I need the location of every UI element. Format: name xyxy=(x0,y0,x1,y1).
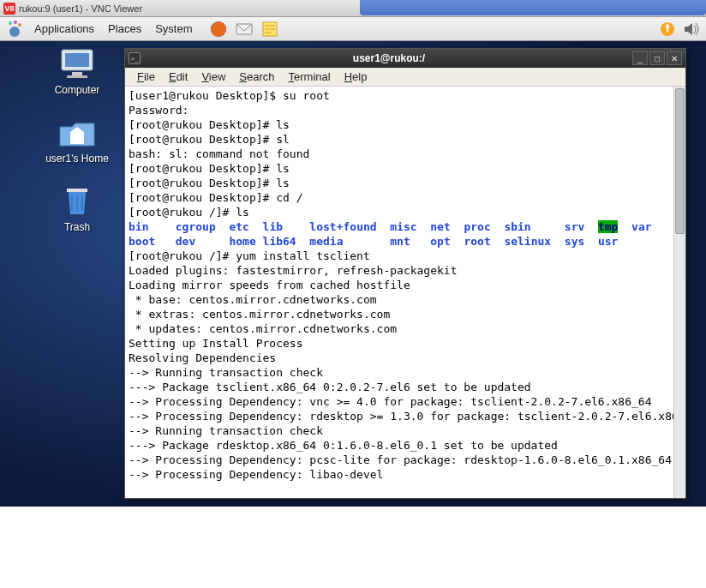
firefox-icon[interactable] xyxy=(209,20,228,39)
page-bottom xyxy=(0,507,706,588)
terminal-menu-view[interactable]: View xyxy=(194,70,232,83)
desktop-icon-label: user1's Home xyxy=(43,153,111,165)
scrollbar-thumb[interactable] xyxy=(675,88,685,234)
gnome-top-panel: ApplicationsPlacesSystem xyxy=(0,17,706,41)
desktop-icon-computer[interactable]: Computer xyxy=(43,46,111,96)
svg-point-0 xyxy=(9,21,12,25)
terminal-menubar: FileEditViewSearchTerminalHelp xyxy=(125,68,685,87)
svg-point-2 xyxy=(18,23,21,27)
panel-menu-applications[interactable]: Applications xyxy=(27,22,101,35)
desktop-icon-label: Computer xyxy=(43,84,111,96)
svg-rect-11 xyxy=(67,75,87,78)
vnc-icon: V8 xyxy=(3,3,15,15)
desktop-icon-label: Trash xyxy=(43,221,111,233)
gnome-foot-icon xyxy=(5,20,24,39)
close-button[interactable]: ✕ xyxy=(667,51,682,65)
terminal-menu-help[interactable]: Help xyxy=(338,70,374,83)
desktop[interactable]: Computeruser1's HomeTrash >_ user1@rukou… xyxy=(0,41,706,507)
vnc-titlebar: V8 rukou:9 (user1) - VNC Viewer xyxy=(0,0,706,17)
update-icon[interactable] xyxy=(658,20,677,39)
svg-point-3 xyxy=(9,27,20,37)
terminal-app-icon: >_ xyxy=(129,52,141,64)
desktop-icon-home[interactable]: user1's Home xyxy=(43,115,111,165)
terminal-window: >_ user1@rukou:/ _ □ ✕ FileEditViewSearc… xyxy=(124,48,686,499)
terminal-title: user1@rukou:/ xyxy=(146,52,632,64)
terminal-menu-file[interactable]: File xyxy=(130,70,162,83)
panel-menu-system[interactable]: System xyxy=(148,22,199,35)
terminal-titlebar[interactable]: >_ user1@rukou:/ _ □ ✕ xyxy=(125,49,685,68)
launcher-tray xyxy=(209,20,279,39)
svg-rect-9 xyxy=(65,53,89,67)
notes-icon[interactable] xyxy=(260,20,279,39)
terminal-scrollbar[interactable] xyxy=(673,87,685,498)
maximize-button[interactable]: □ xyxy=(649,51,665,65)
terminal-menu-terminal[interactable]: Terminal xyxy=(282,70,338,83)
trash-icon xyxy=(57,183,98,218)
computer-icon xyxy=(57,46,98,81)
desktop-icon-trash[interactable]: Trash xyxy=(43,183,111,233)
panel-menu-places[interactable]: Places xyxy=(101,22,148,35)
svg-point-1 xyxy=(14,21,17,24)
terminal-output[interactable]: [user1@rukou Desktop]$ su root Password:… xyxy=(125,87,673,498)
vnc-toolbar xyxy=(360,0,706,15)
mail-icon[interactable] xyxy=(235,20,254,39)
volume-icon[interactable] xyxy=(682,20,701,39)
minimize-button[interactable]: _ xyxy=(632,51,648,65)
terminal-menu-edit[interactable]: Edit xyxy=(162,70,194,83)
home-icon xyxy=(57,115,98,149)
terminal-menu-search[interactable]: Search xyxy=(232,70,281,83)
vnc-title: rukou:9 (user1) - VNC Viewer xyxy=(19,3,142,14)
svg-rect-10 xyxy=(72,72,82,75)
